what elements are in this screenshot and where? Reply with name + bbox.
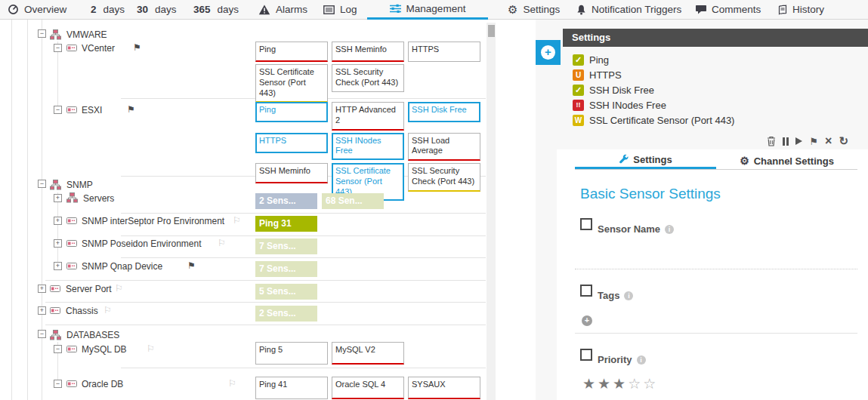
collapse-toggle[interactable]: + [54,194,62,202]
sensor-summary-chip[interactable]: 2 Sens... [255,193,317,209]
nav-tab-comments[interactable]: Comments [696,0,761,19]
group-label[interactable]: VMWARE [66,29,107,40]
flag-icon[interactable] [103,306,112,315]
sensor-summary-chip[interactable]: 7 Sens... [255,238,317,254]
priority-star[interactable]: ☆ [628,376,643,392]
field-divider [575,269,857,269]
device-label[interactable]: MySQL DB [82,344,127,355]
priority-star[interactable]: ★ [582,376,598,392]
add-sensor-button[interactable]: + [536,40,561,65]
collapse-toggle[interactable]: + [38,285,46,293]
selected-sensor-item[interactable]: W SSL Certificate Sensor (Port 443) [573,112,734,128]
sensor-box[interactable]: SYSAUX [408,377,480,399]
collapse-toggle[interactable]: + [54,217,62,225]
flag-icon[interactable] [233,216,241,225]
tab-settings[interactable]: Settings [575,152,716,169]
device-label[interactable]: Server Port [66,284,112,294]
flag-icon[interactable] [187,261,196,270]
sensor-box[interactable]: SSL Certificate Sensor (Port 443) [255,64,328,103]
priority-star[interactable]: ★ [598,376,613,392]
tab-channel-settings[interactable]: ⚙ Channel Settings [716,152,857,169]
sensor-box[interactable]: Oracle SQL 4 [332,377,404,399]
flag-icon[interactable] [133,43,141,52]
tree-scrollbar-thumb[interactable] [488,25,495,37]
sensor-box[interactable]: SSH Load Average [408,133,480,162]
nav-tab-365-days[interactable]: 365 days [193,0,239,19]
nav-tab-log[interactable]: Log [323,0,357,19]
close-icon[interactable]: × [825,136,832,146]
collapse-toggle[interactable]: − [54,44,62,52]
sensor-box[interactable]: Ping [255,42,328,62]
group-label[interactable]: SNMP [66,180,93,190]
status-up-icon: ✓ [573,85,584,96]
tree-scrollbar-track[interactable] [487,23,496,400]
info-icon[interactable]: i [624,291,633,300]
device-label[interactable]: SNMP Poseidon Environment [82,238,202,249]
device-label[interactable]: SNMP Qnap Device [82,261,162,272]
flag-icon[interactable] [228,379,236,388]
collapse-toggle[interactable]: + [38,306,46,315]
info-icon[interactable]: i [637,355,646,365]
nav-tab-2-days[interactable]: 2 days [91,0,125,19]
flag-icon[interactable] [218,238,226,248]
collapse-toggle[interactable]: + [54,262,62,270]
collapse-toggle[interactable]: − [54,380,62,388]
refresh-icon[interactable]: ↻ [839,136,848,146]
tags-checkbox[interactable] [580,285,592,297]
priority-checkbox[interactable] [580,349,592,361]
sensor-box[interactable]: HTTPS [255,133,328,153]
collapse-toggle[interactable]: − [38,180,46,188]
nav-tab-alarms[interactable]: Alarms [258,0,307,19]
play-icon[interactable] [795,137,802,145]
pause-icon[interactable] [783,137,789,146]
device-label[interactable]: Chassis [66,306,98,316]
device-label[interactable]: VCenter [82,43,115,54]
sensor-box[interactable]: Ping 41 [255,377,328,399]
delete-icon[interactable] [767,136,776,146]
selected-sensor-item[interactable]: U HTTPS [573,67,622,82]
group-label[interactable]: DATABASES [66,330,119,340]
sensor-box[interactable]: MySQL V2 [332,342,404,365]
sensor-box[interactable]: SSH Meminfo [332,42,404,62]
sensor-box[interactable]: SSL Security Check (Port 443) [332,64,404,92]
device-label[interactable]: ESXI [82,105,102,115]
sensor-summary-chip[interactable]: Ping 31 [255,216,317,232]
nav-tab-overview[interactable]: Overview [8,0,66,19]
sensor-box[interactable]: Ping [255,102,328,122]
nav-tab-30-days[interactable]: 30 days [137,0,177,19]
flag-icon[interactable] [147,344,155,353]
priority-star[interactable]: ☆ [643,376,658,392]
info-icon[interactable]: i [665,225,674,234]
nav-tab-management[interactable]: Management [367,0,488,20]
nav-tab-settings[interactable]: ⚙ Settings [508,0,560,19]
collapse-toggle[interactable]: + [54,239,62,248]
selected-sensor-item[interactable]: !! SSH INodes Free [573,97,666,112]
sensor-box[interactable]: SSH INodes Free [332,133,404,161]
sensor-box[interactable]: SSH Disk Free [408,102,480,122]
nav-num: 2 [91,4,97,15]
flag-icon[interactable] [127,105,135,114]
flag-icon[interactable]: ⚑ [809,136,818,147]
sensor-name-checkbox[interactable] [580,218,592,230]
collapse-toggle[interactable]: − [54,106,62,114]
selected-sensor-item[interactable]: ✓ Ping [573,52,609,67]
sensor-summary-chip[interactable]: 5 Sens... [255,284,317,300]
add-tag-button[interactable]: + [582,315,592,326]
device-label[interactable]: SNMP interSeptor Pro Environment [82,216,224,226]
flag-icon[interactable] [115,284,123,293]
sensor-summary-chip[interactable]: 68 Sen... [322,193,384,209]
device-label[interactable]: Oracle DB [82,379,123,389]
group-label[interactable]: Servers [83,193,114,204]
collapse-toggle[interactable]: − [38,330,46,338]
nav-tab-notification-triggers[interactable]: Notification Triggers [576,0,681,19]
sensor-box[interactable]: HTTP Advanced 2 [332,102,404,131]
selected-sensor-item[interactable]: ✓ SSH Disk Free [573,82,654,97]
collapse-toggle[interactable]: − [54,345,62,353]
sensor-box[interactable]: HTTPS [408,42,480,62]
collapse-toggle[interactable]: − [38,29,46,38]
sensor-summary-chip[interactable]: 2 Sens... [255,306,317,322]
sensor-box[interactable]: Ping 5 [255,342,328,365]
priority-star[interactable]: ★ [613,376,628,392]
sensor-summary-chip[interactable]: 7 Sens... [255,261,317,277]
nav-tab-history[interactable]: History [778,0,824,19]
